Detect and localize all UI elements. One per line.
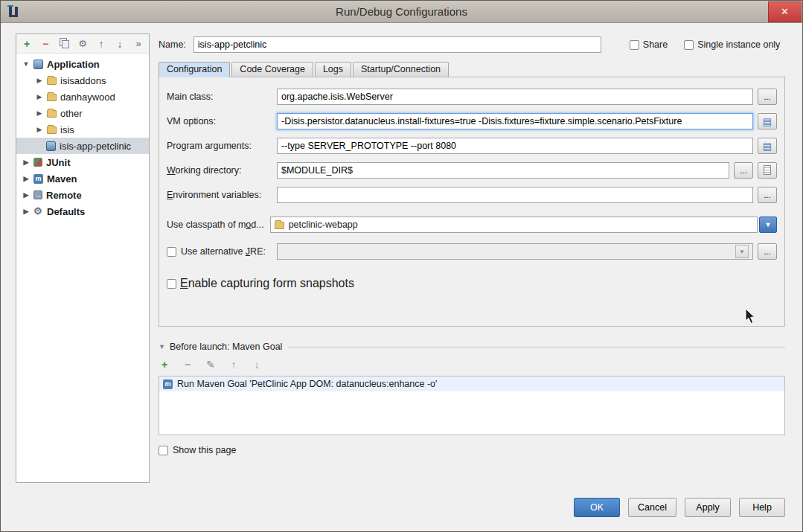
classpath-combobox[interactable]: petclinic-webapp <box>270 217 758 233</box>
before-launch-section: ▼ Before launch: Maven Goal + − ✎ ↑ ↓ m … <box>159 342 785 455</box>
tree-item-isisaddons[interactable]: ▶ isisaddons <box>16 72 149 89</box>
tree-item-maven[interactable]: ▶ m Maven <box>16 170 149 187</box>
expand-arrow-icon[interactable]: ▼ <box>22 60 30 68</box>
tab-logs[interactable]: Logs <box>315 62 351 77</box>
copy-configuration-button[interactable] <box>59 38 69 50</box>
document-icon <box>764 165 771 175</box>
program-arguments-input[interactable] <box>277 138 753 154</box>
configuration-tab-panel: Main class: ... VM options: ▤ Program ar… <box>159 77 785 327</box>
collapse-arrow-icon[interactable]: ▶ <box>36 93 43 100</box>
main-class-row: Main class: ... <box>167 88 777 106</box>
move-task-up-button[interactable]: ↑ <box>228 359 240 371</box>
cancel-button[interactable]: Cancel <box>628 498 676 517</box>
tab-configuration[interactable]: Configuration <box>159 62 230 77</box>
move-task-down-button[interactable]: ↓ <box>251 359 263 371</box>
collapse-arrow-icon[interactable]: ▶ <box>22 208 30 215</box>
environment-variables-row: Environment variables: ... <box>167 186 777 204</box>
tree-item-other[interactable]: ▶ other <box>16 105 149 121</box>
tab-code-coverage[interactable]: Code Coverage <box>231 62 313 77</box>
tree-item-defaults[interactable]: ▶ ⚙ Defaults <box>16 203 149 219</box>
maven-goal-task-label: Run Maven Goal 'PetClinic App DOM: datan… <box>177 379 437 389</box>
environment-variables-input[interactable] <box>277 187 753 203</box>
show-this-page-label: Show this page <box>173 445 236 455</box>
alternative-jre-checkbox[interactable] <box>167 247 176 257</box>
application-icon <box>46 141 56 151</box>
tree-item-label: other <box>60 108 83 119</box>
show-this-page-row: Show this page <box>159 445 785 455</box>
collapse-arrow-icon[interactable]: ▶ <box>22 175 30 182</box>
tree-item-isis[interactable]: ▶ isis <box>16 121 149 138</box>
configurations-tree-panel: + − ⚙ ↑ ↓ » ▼ Application ▶ isisaddons ▶… <box>16 33 150 483</box>
classpath-dropdown-button[interactable]: ▼ <box>759 217 777 233</box>
edit-defaults-button[interactable]: ⚙ <box>77 38 88 50</box>
before-launch-header[interactable]: ▼ Before launch: Maven Goal <box>159 342 785 352</box>
toolbar-overflow-button[interactable]: » <box>133 38 144 50</box>
form-snapshots-label: Enable capturing form snapshots <box>180 277 354 290</box>
ok-button[interactable]: OK <box>574 498 620 517</box>
maven-icon: m <box>163 379 173 389</box>
expand-editor-icon: ▤ <box>763 116 772 127</box>
alternative-jre-combobox[interactable]: ▼ <box>277 243 753 260</box>
environment-variables-browse-button[interactable]: ... <box>758 187 777 203</box>
collapse-triangle-icon[interactable]: ▼ <box>159 343 165 350</box>
remove-task-button[interactable]: − <box>182 359 193 371</box>
share-checkbox[interactable]: Share <box>630 39 668 50</box>
main-class-browse-button[interactable]: ... <box>758 89 777 105</box>
working-directory-input[interactable] <box>277 162 729 179</box>
vm-options-label: VM options: <box>167 116 277 126</box>
junit-icon <box>33 158 42 167</box>
single-instance-checkbox[interactable]: Single instance only <box>684 39 780 50</box>
add-configuration-button[interactable]: + <box>22 38 32 50</box>
name-label: Name: <box>159 39 186 50</box>
apply-button[interactable]: Apply <box>685 498 731 517</box>
collapse-arrow-icon[interactable]: ▶ <box>36 77 43 84</box>
collapse-arrow-icon[interactable]: ▶ <box>36 109 43 117</box>
alternative-jre-browse-button[interactable]: ... <box>758 243 777 260</box>
help-button[interactable]: Help <box>739 498 785 517</box>
move-down-button[interactable]: ↓ <box>115 38 125 50</box>
maven-goal-task-row[interactable]: m Run Maven Goal 'PetClinic App DOM: dat… <box>159 376 784 391</box>
collapse-arrow-icon[interactable]: ▶ <box>36 126 43 133</box>
insert-macro-button[interactable] <box>758 162 777 179</box>
window-title: Run/Debug Configurations <box>1 1 802 22</box>
before-launch-task-list[interactable]: m Run Maven Goal 'PetClinic App DOM: dat… <box>159 376 785 435</box>
folder-icon <box>47 94 57 101</box>
working-directory-label: Working directory: <box>167 165 277 176</box>
main-class-input[interactable] <box>277 89 753 105</box>
close-button[interactable]: ✕ <box>768 1 802 22</box>
edit-task-button[interactable]: ✎ <box>205 359 217 371</box>
alternative-jre-label: Use alternative JRE: <box>181 246 266 257</box>
environment-variables-label: Environment variables: <box>167 190 277 200</box>
jre-dropdown-arrow-icon[interactable]: ▼ <box>735 245 749 258</box>
form-snapshots-checkbox[interactable]: Enable capturing form snapshots <box>167 277 354 290</box>
working-directory-browse-button[interactable]: ... <box>734 162 753 179</box>
tree-item-isis-app-petclinic[interactable]: isis-app-petclinic <box>16 138 149 154</box>
tree-item-remote[interactable]: ▶ ↔ Remote <box>16 187 149 203</box>
vm-options-expand-button[interactable]: ▤ <box>758 113 777 129</box>
name-input[interactable] <box>193 36 601 53</box>
collapse-arrow-icon[interactable]: ▶ <box>22 158 30 166</box>
tree-item-application[interactable]: ▼ Application <box>16 56 149 72</box>
tree-item-label: danhaywood <box>60 92 115 103</box>
show-this-page-checkbox[interactable] <box>159 446 168 455</box>
remote-icon: ↔ <box>33 190 42 199</box>
vm-options-input[interactable] <box>277 113 753 129</box>
tree-item-junit[interactable]: ▶ JUnit <box>16 154 149 170</box>
move-up-button[interactable]: ↑ <box>96 38 106 50</box>
dropdown-arrow-icon: ▼ <box>765 221 772 228</box>
collapse-arrow-icon[interactable]: ▶ <box>22 191 30 199</box>
tree-item-label: Application <box>47 59 100 70</box>
expand-editor-icon: ▤ <box>763 141 772 152</box>
application-icon <box>33 60 43 69</box>
titlebar[interactable]: Run/Debug Configurations ✕ <box>1 1 802 23</box>
program-arguments-label: Program arguments: <box>167 141 277 151</box>
remove-configuration-button[interactable]: − <box>40 38 51 50</box>
tree-item-danhaywood[interactable]: ▶ danhaywood <box>16 89 149 105</box>
tab-startup-connection[interactable]: Startup/Connection <box>353 62 449 77</box>
add-task-button[interactable]: + <box>159 359 170 371</box>
before-launch-title: Before launch: Maven Goal <box>170 342 282 352</box>
name-row: Name: Share Single instance only <box>159 36 785 54</box>
maven-icon: m <box>33 174 43 184</box>
main-class-label: Main class: <box>167 92 277 102</box>
program-arguments-expand-button[interactable]: ▤ <box>758 138 777 154</box>
